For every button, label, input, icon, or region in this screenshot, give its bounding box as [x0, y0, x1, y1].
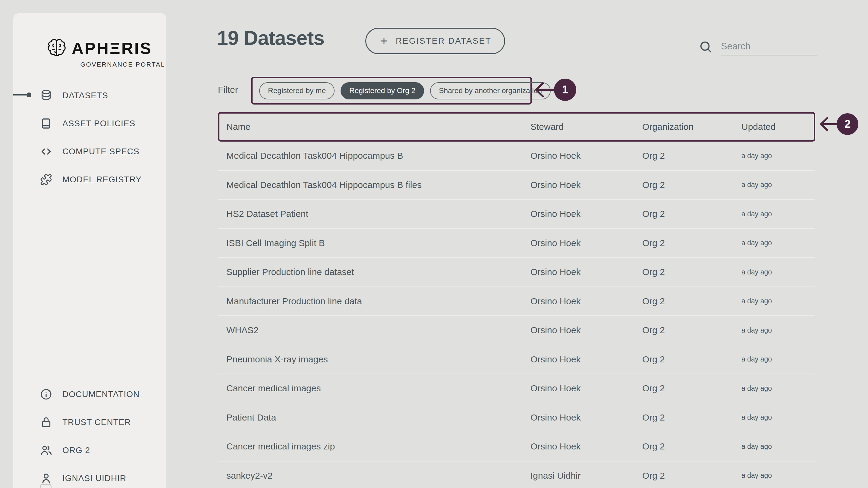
- cell-updated: a day ago: [741, 152, 815, 160]
- cell-updated: a day ago: [741, 355, 815, 363]
- filter-label: Filter: [218, 85, 238, 95]
- cell-name: Manufacturer Production line data: [218, 296, 530, 306]
- cell-organization: Org 2: [642, 267, 741, 277]
- sidebar-item-label: DATASETS: [62, 91, 108, 100]
- table-row[interactable]: Cancer medical images Orsino Hoek Org 2 …: [218, 374, 815, 403]
- table-row[interactable]: ISBI Cell Imaging Split B Orsino Hoek Or…: [218, 229, 815, 258]
- search-icon: [699, 40, 712, 54]
- cell-name: HS2 Dataset Patient: [218, 209, 530, 219]
- sidebar-item-trust-center[interactable]: TRUST CENTER: [13, 408, 166, 436]
- page-title: 19 Datasets: [217, 27, 324, 50]
- cell-steward: Orsino Hoek: [530, 209, 642, 219]
- cell-updated: a day ago: [741, 268, 815, 276]
- cell-name: Pneumonia X-ray images: [218, 354, 530, 364]
- sidebar-item-user-account[interactable]: IGNASI UIDHIR: [13, 464, 166, 488]
- filter-pill-shared-by-another-organization[interactable]: Shared by another organization: [430, 82, 551, 99]
- table-row[interactable]: Medical Decathlon Task004 Hippocampus B …: [218, 141, 815, 171]
- partially-visible-bottom-icon: [40, 484, 52, 488]
- annotation-badge-2: 2: [837, 113, 858, 135]
- sidebar-item-datasets[interactable]: DATASETS: [13, 82, 166, 109]
- cell-updated: a day ago: [741, 471, 815, 480]
- cell-steward: Orsino Hoek: [530, 151, 642, 161]
- cell-updated: a day ago: [741, 239, 815, 247]
- secondary-nav: DOCUMENTATION TRUST CENTER ORG 2 IGNAS: [13, 380, 166, 488]
- cell-steward: Orsino Hoek: [530, 180, 642, 190]
- sidebar-item-label: COMPUTE SPECS: [62, 147, 140, 156]
- sidebar-item-label: DOCUMENTATION: [62, 390, 140, 399]
- search-input[interactable]: [721, 38, 817, 56]
- brain-logo-icon: [46, 37, 67, 59]
- sidebar-item-asset-policies[interactable]: ASSET POLICIES: [13, 109, 166, 137]
- cell-organization: Org 2: [642, 151, 741, 161]
- sidebar-item-documentation[interactable]: DOCUMENTATION: [13, 380, 166, 408]
- filter-pill-registered-by-org-2[interactable]: Registered by Org 2: [341, 82, 424, 99]
- table-row[interactable]: Manufacturer Production line data Orsino…: [218, 287, 815, 316]
- users-icon: [40, 444, 52, 456]
- cell-steward: Orsino Hoek: [530, 441, 642, 452]
- cell-organization: Org 2: [642, 354, 741, 364]
- cell-organization: Org 2: [642, 441, 741, 452]
- book-icon: [40, 118, 52, 130]
- cell-organization: Org 2: [642, 470, 741, 481]
- puzzle-icon: [40, 173, 52, 186]
- table-row[interactable]: Medical Decathlon Task004 Hippocampus B …: [218, 171, 815, 200]
- page: { "brand": { "name": "APHΞRIS", "subtitl…: [0, 0, 868, 488]
- sidebar-item-org-2[interactable]: ORG 2: [13, 436, 166, 464]
- filter-pill-registered-by-me[interactable]: Registered by me: [259, 82, 335, 99]
- column-header-updated: Updated: [741, 122, 814, 132]
- cell-name: Medical Decathlon Task004 Hippocampus B …: [218, 180, 530, 190]
- brand-subtitle: GOVERNANCE PORTAL: [46, 61, 165, 68]
- sidebar-item-label: MODEL REGISTRY: [62, 175, 142, 184]
- user-icon: [40, 472, 52, 484]
- cell-updated: a day ago: [741, 181, 815, 189]
- table-row[interactable]: Cancer medical images zip Orsino Hoek Or…: [218, 432, 815, 461]
- cell-updated: a day ago: [741, 210, 815, 218]
- table-row[interactable]: sankey2-v2 Ignasi Uidhir Org 2 a day ago: [218, 461, 815, 488]
- cell-name: Cancer medical images zip: [218, 441, 530, 452]
- cell-organization: Org 2: [642, 412, 741, 423]
- table-row[interactable]: WHAS2 Orsino Hoek Org 2 a day ago: [218, 316, 815, 345]
- column-header-name: Name: [219, 122, 530, 132]
- sidebar-item-model-registry[interactable]: MODEL REGISTRY: [13, 165, 166, 193]
- cell-steward: Orsino Hoek: [530, 354, 642, 364]
- cell-name: Supplier Production line dataset: [218, 267, 530, 277]
- cell-updated: a day ago: [741, 384, 815, 392]
- lock-icon: [40, 416, 52, 428]
- cell-organization: Org 2: [642, 383, 741, 393]
- table-row[interactable]: Pneumonia X-ray images Orsino Hoek Org 2…: [218, 345, 815, 375]
- cell-organization: Org 2: [642, 180, 741, 190]
- info-icon: [40, 388, 52, 400]
- table-row[interactable]: HS2 Dataset Patient Orsino Hoek Org 2 a …: [218, 200, 815, 229]
- cell-organization: Org 2: [642, 209, 741, 219]
- plus-icon: [379, 36, 389, 46]
- sidebar-item-label: IGNASI UIDHIR: [62, 474, 126, 483]
- sidebar-item-compute-specs[interactable]: COMPUTE SPECS: [13, 137, 166, 165]
- table-row[interactable]: Supplier Production line dataset Orsino …: [218, 258, 815, 287]
- cell-updated: a day ago: [741, 297, 815, 305]
- cell-updated: a day ago: [741, 413, 815, 421]
- column-header-steward: Steward: [530, 122, 642, 132]
- database-icon: [40, 90, 52, 101]
- cell-steward: Orsino Hoek: [530, 383, 642, 393]
- cell-name: Medical Decathlon Task004 Hippocampus B: [218, 151, 530, 161]
- annotation-box-2: Name Steward Organization Updated: [218, 112, 815, 141]
- cell-name: WHAS2: [218, 325, 530, 335]
- table-header: Name Steward Organization Updated: [219, 113, 814, 140]
- cell-organization: Org 2: [642, 325, 741, 335]
- register-dataset-button[interactable]: REGISTER DATASET: [365, 28, 505, 54]
- cell-updated: a day ago: [741, 326, 815, 334]
- cell-steward: Orsino Hoek: [530, 238, 642, 248]
- cell-steward: Orsino Hoek: [530, 325, 642, 335]
- cell-steward: Orsino Hoek: [530, 267, 642, 277]
- cell-name: Cancer medical images: [218, 383, 530, 393]
- sidebar-item-label: ORG 2: [62, 446, 90, 455]
- column-header-organization: Organization: [642, 122, 741, 132]
- cell-organization: Org 2: [642, 296, 741, 306]
- cell-organization: Org 2: [642, 238, 741, 248]
- cell-name: ISBI Cell Imaging Split B: [218, 238, 530, 248]
- cell-steward: Orsino Hoek: [530, 296, 642, 306]
- sidebar: APHΞRIS GOVERNANCE PORTAL DATASETS ASSET…: [13, 13, 166, 488]
- primary-nav: DATASETS ASSET POLICIES COMPUTE SPECS MO…: [13, 82, 166, 193]
- table-row[interactable]: Patient Data Orsino Hoek Org 2 a day ago: [218, 403, 815, 432]
- dataset-table: Medical Decathlon Task004 Hippocampus B …: [218, 141, 815, 488]
